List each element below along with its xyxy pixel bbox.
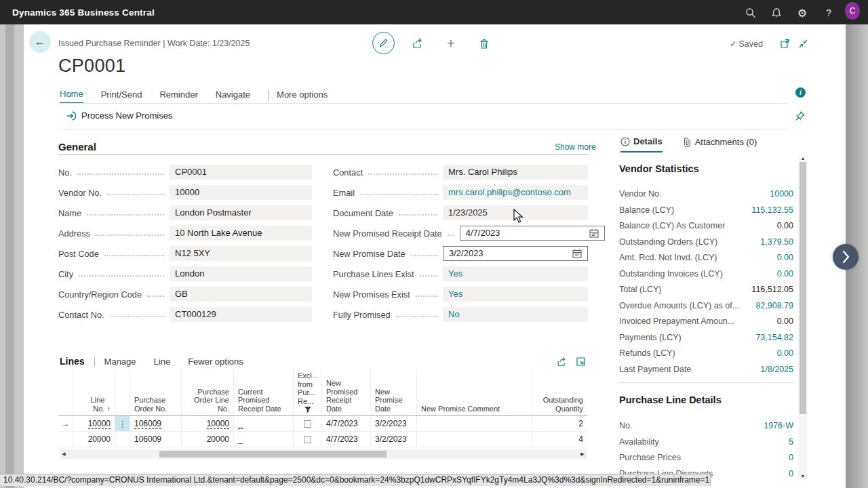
delete-button[interactable] <box>476 35 492 52</box>
sort-asc-icon: ↑ <box>107 405 111 413</box>
popout-button[interactable] <box>776 35 793 52</box>
dotted-leader <box>147 291 164 297</box>
page-caption: Issued Purchase Reminder | Work Date: 1/… <box>58 39 250 48</box>
checkbox[interactable] <box>304 436 311 443</box>
col-new-promised-receipt-date[interactable]: New Promised Receipt Date <box>322 369 371 415</box>
check-icon: ✓ <box>730 39 736 49</box>
process-new-promises-action[interactable]: Process New Promises <box>66 110 172 121</box>
scrollbar-thumb[interactable] <box>159 451 387 458</box>
settings-gear-icon[interactable]: ⚙ <box>795 5 810 20</box>
search-icon[interactable] <box>743 5 758 20</box>
col-line-no[interactable]: Line No. ↑ <box>73 369 115 415</box>
back-button[interactable]: ← <box>29 31 51 53</box>
info-badge-icon[interactable]: i <box>795 87 806 98</box>
scroll-down-icon[interactable]: ▼ <box>798 474 808 479</box>
tab-details[interactable]: Details <box>620 136 663 152</box>
popout-icon <box>780 39 790 49</box>
table-row[interactable]: → 10000 ⋮ 106009 10000 _ 4/7/2023 3/2/20… <box>58 416 587 432</box>
tab-attachments[interactable]: Attachments (0) <box>683 136 757 152</box>
col-outstanding-quantity[interactable]: Outstanding Quantity <box>532 369 587 415</box>
cell-purchase-order-no[interactable]: 106009 <box>130 432 182 447</box>
field-name: NameLondon Postmaster <box>58 205 312 220</box>
lines-share-button[interactable] <box>556 357 568 367</box>
vertical-scrollbar[interactable]: ▲ ▼ <box>798 155 808 480</box>
field-no: No.CP0001 <box>58 165 312 180</box>
share-button[interactable] <box>410 35 426 52</box>
cell-new-promise-comment[interactable] <box>417 432 532 447</box>
cell-purchase-order-line-no[interactable]: 10000 <box>182 416 234 431</box>
cell-line-no[interactable]: 10000 <box>73 416 115 431</box>
cell-new-promise-date[interactable]: 3/2/2023 <box>371 432 417 447</box>
ellipsis-vertical-icon[interactable]: ⋮ <box>115 416 130 431</box>
notifications-icon[interactable] <box>769 5 784 20</box>
cell-current-promised[interactable]: _ <box>234 432 294 447</box>
purchase-line-details-heading: Purchase Line Details <box>619 394 722 405</box>
col-new-promise-date[interactable]: New Promise Date <box>371 369 417 415</box>
general-left-column: No.CP0001 Vendor No.10000 NameLondon Pos… <box>58 165 312 327</box>
collapse-button[interactable] <box>795 35 811 52</box>
cell-outstanding-qty[interactable]: 2 <box>532 416 587 431</box>
back-icon: ← <box>35 36 45 48</box>
field-contact-no: Contact No.CT000129 <box>58 307 312 322</box>
avatar[interactable]: C <box>845 3 860 18</box>
cell-current-promised[interactable]: _ <box>234 416 294 431</box>
dotted-leader <box>110 312 164 317</box>
col-excl-from-purch-reminder[interactable]: Excl... from Pur... Re... <box>294 369 322 415</box>
cell-purchase-order-line-no[interactable]: 20000 <box>182 432 234 447</box>
tab-print-send[interactable]: Print/Send <box>101 89 142 103</box>
lines-menu-fewer-options[interactable]: Fewer options <box>188 357 243 367</box>
cell-excl-checkbox[interactable] <box>294 416 322 431</box>
cell-row-menu[interactable] <box>115 432 130 447</box>
scroll-up-icon[interactable]: ▲ <box>798 156 808 161</box>
stat-row: Amt. Rcd. Not Invd. (LCY)0.00 <box>619 253 793 262</box>
detail-row: Purchase Prices0 <box>619 453 793 462</box>
cell-excl-checkbox[interactable] <box>294 432 322 447</box>
tab-navigate[interactable]: Navigate <box>216 89 250 103</box>
help-icon[interactable]: ? <box>821 5 836 20</box>
edit-button[interactable] <box>372 32 395 54</box>
scrollbar-thumb[interactable] <box>800 162 806 414</box>
cell-purchase-order-no[interactable]: 106009 <box>130 416 182 431</box>
calendar-icon[interactable] <box>572 249 582 258</box>
left-gutter-band <box>5 24 14 488</box>
cell-outstanding-qty[interactable]: 4 <box>532 432 587 447</box>
cell-line-no[interactable]: 20000 <box>73 432 115 447</box>
ribbon-tabs: Home Print/Send Reminder Navigate More o… <box>60 89 328 104</box>
field-fully-promised: Fully PromisedNo <box>333 307 588 322</box>
next-record-button[interactable] <box>833 244 859 270</box>
checkbox[interactable] <box>304 420 311 428</box>
cell-new-promised-receipt[interactable]: 4/7/2023 <box>322 432 371 447</box>
stat-row: Vendor No.10000 <box>619 189 793 199</box>
lines-menu-line[interactable]: Line <box>154 357 171 367</box>
table-row[interactable]: 20000 106009 20000 _ 4/7/2023 3/2/2023 4 <box>58 432 587 447</box>
cell-new-promised-receipt[interactable]: 4/7/2023 <box>322 416 371 431</box>
share-icon <box>412 37 424 49</box>
dotted-leader <box>77 169 164 175</box>
info-circle-icon <box>620 137 630 146</box>
tab-home[interactable]: Home <box>60 89 83 104</box>
calendar-icon[interactable] <box>589 228 599 238</box>
cell-new-promise-date[interactable]: 3/2/2023 <box>371 416 417 431</box>
new-promised-receipt-date-input[interactable]: 4/7/2023 <box>460 226 605 241</box>
top-bar: Dynamics 365 Business Central ⚙ ? C <box>0 0 868 24</box>
pin-button[interactable] <box>795 110 806 121</box>
ribbon-divider-top <box>58 103 788 104</box>
new-promise-date-input[interactable]: 3/2/2023 <box>443 246 588 261</box>
lines-maximize-button[interactable] <box>576 357 586 367</box>
new-button[interactable]: + <box>443 35 459 52</box>
cell-new-promise-comment[interactable] <box>417 416 532 431</box>
horizontal-scrollbar[interactable]: ◀ ▶ <box>60 449 587 459</box>
dotted-leader <box>87 210 164 216</box>
scroll-right-icon[interactable]: ▶ <box>578 451 587 457</box>
show-more-button[interactable]: Show more <box>555 142 596 152</box>
lines-menu-manage[interactable]: Manage <box>104 357 136 367</box>
more-options-button[interactable]: More options <box>277 89 328 103</box>
tab-reminder[interactable]: Reminder <box>159 89 197 103</box>
col-new-promise-comment[interactable]: New Promise Comment <box>417 369 532 415</box>
cell-row-menu[interactable]: ⋮ <box>115 416 130 431</box>
col-current-promised-receipt-date[interactable]: Current Promised Receipt Date <box>234 369 294 415</box>
scroll-left-icon[interactable]: ◀ <box>60 451 68 457</box>
app-title: Dynamics 365 Business Central <box>12 7 155 18</box>
col-purchase-order-no[interactable]: Purchase Order No. <box>130 369 182 415</box>
col-purchase-order-line-no[interactable]: Purchase Order Line No. <box>182 369 234 415</box>
